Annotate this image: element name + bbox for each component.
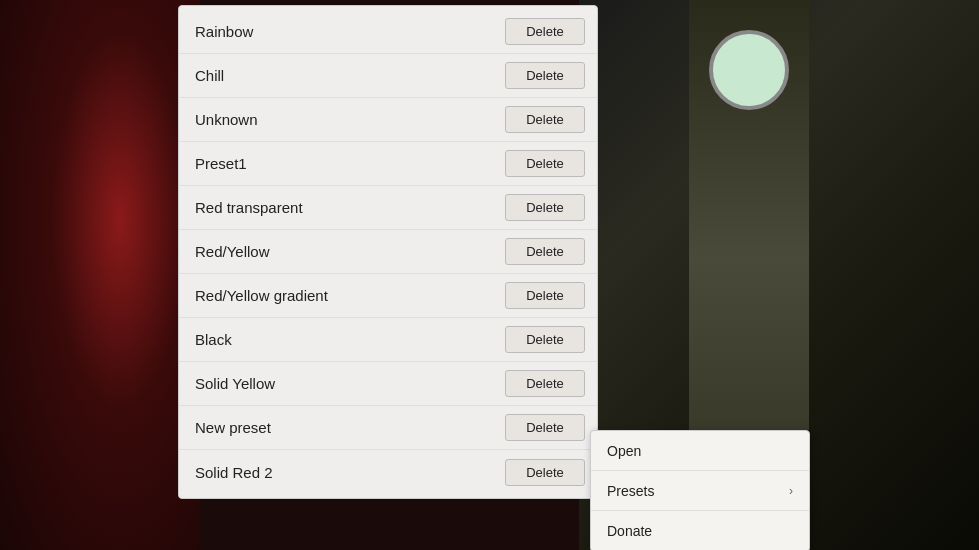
delete-button-rainbow[interactable]: Delete xyxy=(505,18,585,45)
preset-name-rainbow: Rainbow xyxy=(195,23,505,40)
preset-row-red-yellow-gradient: Red/Yellow gradientDelete xyxy=(179,274,597,318)
delete-button-unknown[interactable]: Delete xyxy=(505,106,585,133)
delete-button-red-yellow[interactable]: Delete xyxy=(505,238,585,265)
preset-row-chill: ChillDelete xyxy=(179,54,597,98)
preset-row-preset1: Preset1Delete xyxy=(179,142,597,186)
preset-row-red-yellow: Red/YellowDelete xyxy=(179,230,597,274)
delete-button-chill[interactable]: Delete xyxy=(505,62,585,89)
preset-row-black: BlackDelete xyxy=(179,318,597,362)
preset-row-rainbow: RainbowDelete xyxy=(179,10,597,54)
preset-row-red-transparent: Red transparentDelete xyxy=(179,186,597,230)
context-item-donate[interactable]: Donate xyxy=(591,511,809,550)
preset-name-red-yellow: Red/Yellow xyxy=(195,243,505,260)
preset-name-black: Black xyxy=(195,331,505,348)
context-label-presets: Presets xyxy=(607,483,654,499)
preset-row-unknown: UnknownDelete xyxy=(179,98,597,142)
preset-row-solid-red-2: Solid Red 2Delete xyxy=(179,450,597,494)
preset-name-preset1: Preset1 xyxy=(195,155,505,172)
delete-button-solid-red-2[interactable]: Delete xyxy=(505,459,585,486)
preset-name-new-preset: New preset xyxy=(195,419,505,436)
preset-panel: RainbowDeleteChillDeleteUnknownDeletePre… xyxy=(178,5,598,499)
context-item-open[interactable]: Open xyxy=(591,431,809,471)
delete-button-red-yellow-gradient[interactable]: Delete xyxy=(505,282,585,309)
delete-button-new-preset[interactable]: Delete xyxy=(505,414,585,441)
clock-tower xyxy=(689,0,809,430)
bg-left xyxy=(0,0,200,550)
delete-button-red-transparent[interactable]: Delete xyxy=(505,194,585,221)
preset-name-red-yellow-gradient: Red/Yellow gradient xyxy=(195,287,505,304)
preset-name-solid-yellow: Solid Yellow xyxy=(195,375,505,392)
context-menu: OpenPresets›Donate xyxy=(590,430,810,550)
submenu-arrow-icon: › xyxy=(789,484,793,498)
preset-row-solid-yellow: Solid YellowDelete xyxy=(179,362,597,406)
delete-button-solid-yellow[interactable]: Delete xyxy=(505,370,585,397)
preset-name-red-transparent: Red transparent xyxy=(195,199,505,216)
preset-row-new-preset: New presetDelete xyxy=(179,406,597,450)
preset-name-chill: Chill xyxy=(195,67,505,84)
preset-name-unknown: Unknown xyxy=(195,111,505,128)
context-label-donate: Donate xyxy=(607,523,652,539)
delete-button-preset1[interactable]: Delete xyxy=(505,150,585,177)
preset-name-solid-red-2: Solid Red 2 xyxy=(195,464,505,481)
context-label-open: Open xyxy=(607,443,641,459)
context-item-presets[interactable]: Presets› xyxy=(591,471,809,511)
delete-button-black[interactable]: Delete xyxy=(505,326,585,353)
clock-face xyxy=(709,30,789,110)
